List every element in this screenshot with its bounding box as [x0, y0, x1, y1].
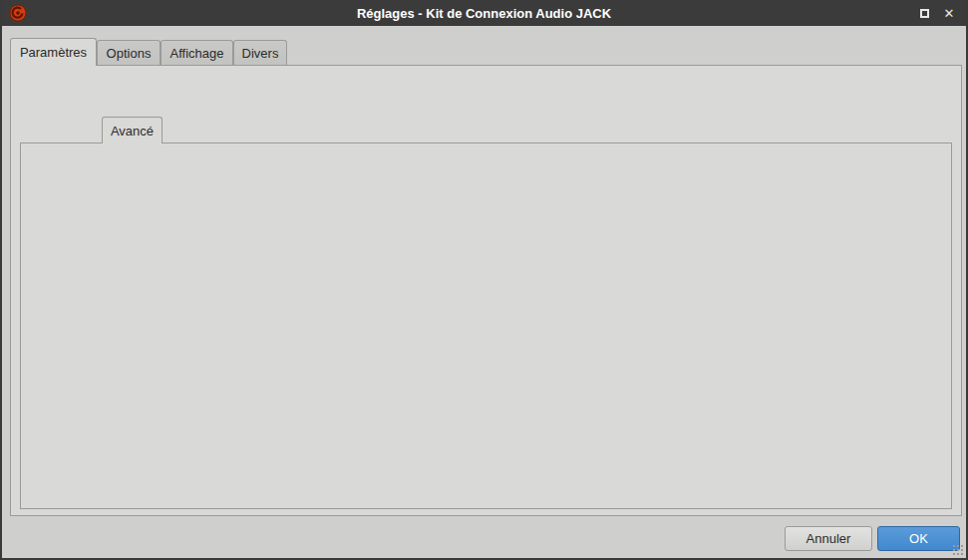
maximize-button[interactable]	[913, 3, 935, 23]
cancel-button[interactable]: Annuler	[785, 526, 872, 551]
avance-panel	[20, 142, 952, 509]
tab-label: Paramètres	[20, 45, 87, 60]
resize-grip[interactable]	[952, 544, 964, 556]
tab-settings-avance[interactable]: Avancé	[102, 117, 162, 143]
tab-divers[interactable]: Divers	[233, 40, 287, 66]
tab-label: Affichage	[170, 46, 224, 61]
settings-window: Réglages - Kit de Connexion Audio JACK ✕…	[0, 0, 968, 560]
tab-label: Avancé	[111, 124, 154, 139]
tab-label: Options	[107, 46, 152, 61]
ok-button-label: OK	[909, 531, 928, 546]
close-button[interactable]: ✕	[938, 3, 960, 23]
cancel-button-label: Annuler	[807, 531, 851, 546]
tab-affichage[interactable]: Affichage	[161, 40, 233, 66]
tab-options[interactable]: Options	[97, 40, 161, 66]
titlebar[interactable]: Réglages - Kit de Connexion Audio JACK ✕	[0, 0, 968, 26]
window-title: Réglages - Kit de Connexion Audio JACK	[0, 6, 968, 21]
tab-label: Divers	[242, 46, 279, 61]
close-icon: ✕	[944, 6, 955, 21]
maximize-icon	[920, 9, 929, 18]
ok-button[interactable]: OK	[877, 526, 960, 551]
tab-parametres[interactable]: Paramètres	[10, 38, 97, 66]
